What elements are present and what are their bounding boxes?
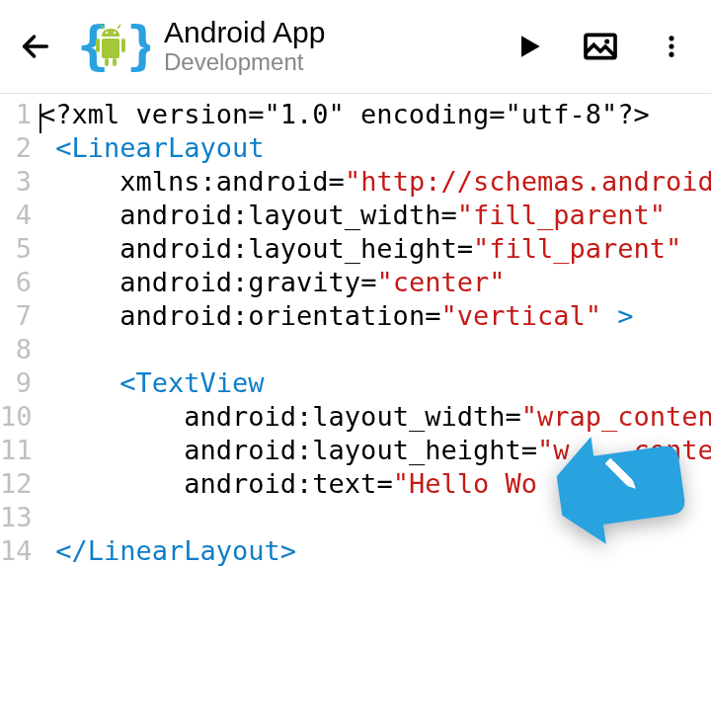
- app-title: Android App: [164, 16, 498, 48]
- toolbar-actions: [506, 23, 699, 70]
- line-number: 8: [0, 333, 32, 366]
- line-number: 14: [0, 534, 32, 568]
- svg-rect-4: [96, 39, 100, 52]
- line-number: 11: [0, 434, 32, 467]
- line-number: 3: [0, 165, 32, 199]
- code-line[interactable]: <LinearLayout: [40, 131, 711, 165]
- code-line[interactable]: xmlns:android="http://schemas.android.: [40, 165, 711, 199]
- app-subtitle: Development: [164, 48, 498, 77]
- line-number: 5: [0, 232, 32, 266]
- code-line[interactable]: [40, 333, 711, 366]
- image-icon: [581, 27, 620, 66]
- svg-rect-7: [113, 58, 117, 66]
- svg-point-15: [669, 36, 673, 40]
- edit-fab[interactable]: [529, 425, 687, 553]
- app-logo-icon: { }: [71, 7, 150, 86]
- svg-point-14: [604, 40, 609, 44]
- more-button[interactable]: [648, 23, 695, 70]
- back-button[interactable]: [12, 23, 59, 70]
- code-line[interactable]: android:gravity="center": [40, 266, 711, 299]
- line-number: 2: [0, 131, 32, 165]
- code-line[interactable]: android:layout_height="fill_parent": [40, 232, 711, 266]
- line-number: 7: [0, 299, 32, 333]
- code-line[interactable]: <TextView: [40, 366, 711, 400]
- arrow-back-icon: [19, 30, 52, 63]
- svg-rect-5: [121, 39, 125, 52]
- svg-point-10: [106, 32, 108, 34]
- line-number: 12: [0, 467, 32, 501]
- svg-point-11: [114, 32, 116, 34]
- line-number: 4: [0, 199, 32, 232]
- svg-line-9: [118, 25, 120, 29]
- line-number: 10: [0, 400, 32, 434]
- svg-rect-6: [105, 58, 109, 66]
- svg-rect-3: [102, 39, 119, 58]
- line-number: 9: [0, 366, 32, 400]
- line-number-gutter: 1234567891011121314: [0, 98, 40, 568]
- code-line[interactable]: <?xml version="1.0" encoding="utf-8"?>: [40, 98, 711, 131]
- line-number: 6: [0, 266, 32, 299]
- toolbar: { } Android App Development: [0, 0, 711, 94]
- svg-text:}: }: [126, 15, 150, 77]
- code-line[interactable]: android:orientation="vertical" >: [40, 299, 711, 333]
- more-vertical-icon: [658, 33, 685, 60]
- play-icon: [514, 31, 545, 62]
- svg-marker-12: [521, 36, 540, 56]
- line-number: 13: [0, 501, 32, 534]
- run-button[interactable]: [506, 23, 553, 70]
- code-line[interactable]: android:layout_width="fill_parent": [40, 199, 711, 232]
- image-button[interactable]: [577, 23, 624, 70]
- svg-point-16: [669, 43, 673, 48]
- line-number: 1: [0, 98, 32, 131]
- title-block: Android App Development: [164, 16, 498, 77]
- svg-point-17: [669, 52, 673, 57]
